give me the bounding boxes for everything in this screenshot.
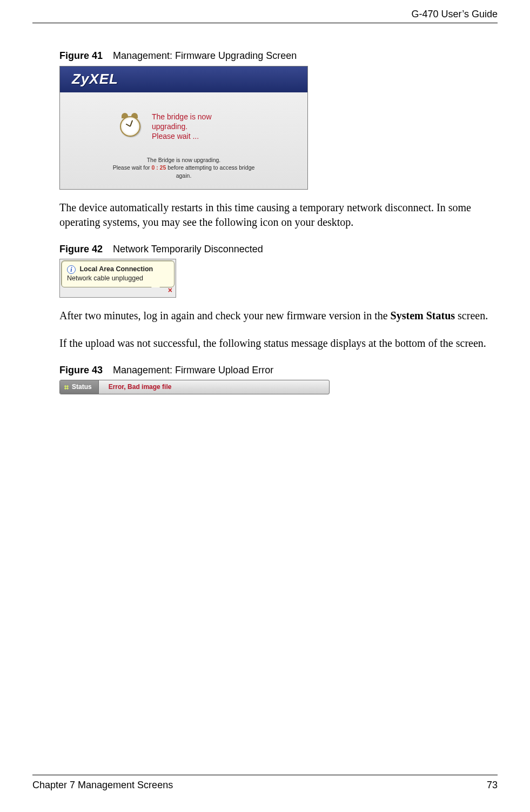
info-icon: i <box>67 265 76 274</box>
page-header: G-470 User’s Guide <box>32 8 498 23</box>
status-error-text: Error, Bad image file <box>99 382 172 391</box>
figure42-caption: Figure 42 Network Temporarily Disconnect… <box>59 243 498 256</box>
clock-icon <box>118 115 142 138</box>
upgrade-panel: The bridge is now upgrading. Please wait… <box>60 92 307 189</box>
upgrade-message: The bridge is now upgrading. Please wait… <box>152 112 212 142</box>
figure43-statusbar: Status Error, Bad image file <box>59 380 330 394</box>
figure42-number: Figure 42 <box>59 244 103 254</box>
p2-part-a: After two minutes, log in again and chec… <box>59 310 391 321</box>
figure42-screenshot: i Local Area Connection Network cable un… <box>59 259 176 298</box>
zyxel-banner: ZyXEL <box>60 66 307 92</box>
chapter-label: Chapter 7 Management Screens <box>32 779 173 791</box>
page-footer: Chapter 7 Management Screens 73 <box>32 775 498 791</box>
upgrade-msg-line1: The bridge is now <box>152 112 212 122</box>
upgrade-msg-line2: upgrading. <box>152 122 212 131</box>
figure42-title: Network Temporarily Disconnected <box>113 244 263 254</box>
paragraph-3: If the upload was not successful, the fo… <box>59 336 498 351</box>
figure43-caption: Figure 43 Management: Firmware Upload Er… <box>59 364 498 377</box>
tooltip-balloon: i Local Area Connection Network cable un… <box>61 260 175 287</box>
zyxel-logo: ZyXEL <box>72 70 118 89</box>
balloon-body: Network cable unplugged <box>67 274 169 283</box>
network-disconnected-icon: × <box>168 285 172 296</box>
paragraph-1: The device automatically restarts in thi… <box>59 200 498 230</box>
status-label-chip: Status <box>60 380 99 394</box>
figure41-caption: Figure 41 Management: Firmware Upgrading… <box>59 49 498 62</box>
status-label-text: Status <box>72 382 92 391</box>
figure43-number: Figure 43 <box>59 365 103 375</box>
p2-part-b: screen. <box>455 310 488 321</box>
figure41-number: Figure 41 <box>59 50 103 61</box>
status-dots-icon <box>64 385 69 390</box>
balloon-title: Local Area Connection <box>79 265 153 273</box>
paragraph-2: After two minutes, log in again and chec… <box>59 308 498 323</box>
page-content: Figure 41 Management: Firmware Upgrading… <box>32 23 498 394</box>
system-status-ref: System Status <box>391 310 455 321</box>
upgrade-detail-line3: again. <box>70 172 298 179</box>
wait-time: 0 : 25 <box>151 164 166 171</box>
figure43-title: Management: Firmware Upload Error <box>113 365 273 375</box>
wait-suffix: before attempting to access bridge <box>166 164 254 171</box>
upgrade-detail-line1: The Bridge is now upgrading. <box>70 156 298 164</box>
upgrade-msg-line3: Please wait ... <box>152 131 212 141</box>
wait-prefix: Please wait for <box>113 164 152 171</box>
taskbar-strip: × <box>61 287 175 296</box>
figure41-screenshot: ZyXEL The bridge is now upgrading. Plea <box>59 66 308 190</box>
guide-title: G-470 User’s Guide <box>412 9 498 19</box>
upgrade-detail: The Bridge is now upgrading. Please wait… <box>70 156 298 179</box>
upgrade-detail-line2: Please wait for 0 : 25 before attempting… <box>70 164 298 171</box>
page-number: 73 <box>487 779 498 791</box>
figure41-title: Management: Firmware Upgrading Screen <box>113 50 297 61</box>
